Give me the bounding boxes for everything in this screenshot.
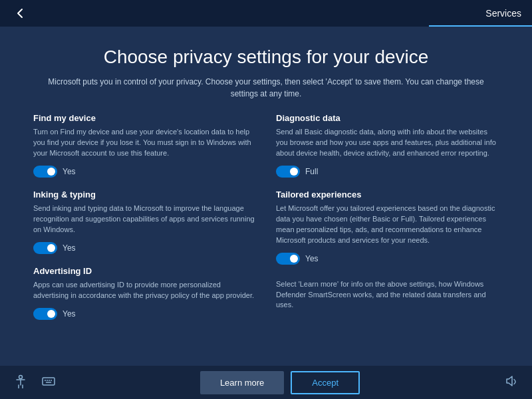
diagnostic-data-desc: Send all Basic diagnostic data, along wi… xyxy=(276,127,499,159)
advertising-id-toggle-label: Yes xyxy=(63,309,76,319)
top-bar-title: Services xyxy=(485,8,521,19)
learn-more-button[interactable]: Learn more xyxy=(200,371,284,394)
advertising-id-title: Advertising ID xyxy=(33,266,256,276)
volume-icon[interactable] xyxy=(504,374,519,392)
inking-typing-toggle-row: Yes xyxy=(33,242,256,254)
tailored-experiences-desc: Let Microsoft offer you tailored experie… xyxy=(276,203,499,246)
setting-advertising-id: Advertising ID Apps can use advertising … xyxy=(33,266,256,320)
learn-more-note: Select 'Learn more' for info on the abov… xyxy=(276,279,499,311)
find-my-device-toggle[interactable] xyxy=(33,166,57,178)
left-column: Find my device Turn on Find my device an… xyxy=(33,113,256,352)
find-my-device-toggle-row: Yes xyxy=(33,166,256,178)
diagnostic-data-toggle[interactable] xyxy=(276,166,300,178)
diagnostic-data-title: Diagnostic data xyxy=(276,113,499,123)
setting-inking-typing: Inking & typing Send inking and typing d… xyxy=(33,190,256,254)
keyboard-icon[interactable] xyxy=(41,374,56,392)
bottom-buttons: Learn more Accept xyxy=(200,371,360,394)
tailored-experiences-toggle-label: Yes xyxy=(305,254,319,263)
settings-grid: Find my device Turn on Find my device an… xyxy=(33,113,499,352)
advertising-id-desc: Apps can use advertising ID to provide m… xyxy=(33,280,256,301)
bottom-left-icons xyxy=(13,374,56,392)
tailored-experiences-title: Tailored experiences xyxy=(276,190,499,200)
tailored-experiences-toggle[interactable] xyxy=(276,253,300,265)
find-my-device-desc: Turn on Find my device and use your devi… xyxy=(33,127,256,159)
find-my-device-toggle-label: Yes xyxy=(63,167,76,176)
diagnostic-data-toggle-label: Full xyxy=(305,167,318,176)
diagnostic-data-toggle-row: Full xyxy=(276,166,499,178)
inking-typing-title: Inking & typing xyxy=(33,190,256,200)
page-heading: Choose privacy settings for your device xyxy=(33,47,499,68)
setting-diagnostic-data: Diagnostic data Send all Basic diagnosti… xyxy=(276,113,499,178)
setting-tailored-experiences: Tailored experiences Let Microsoft offer… xyxy=(276,190,499,265)
svg-point-0 xyxy=(19,375,23,378)
right-column: Diagnostic data Send all Basic diagnosti… xyxy=(276,113,499,352)
main-content: Choose privacy settings for your device … xyxy=(0,27,532,366)
setting-find-my-device: Find my device Turn on Find my device an… xyxy=(33,113,256,178)
bottom-bar: Learn more Accept xyxy=(0,366,532,399)
advertising-id-toggle-row: Yes xyxy=(33,308,256,320)
accept-button[interactable]: Accept xyxy=(291,371,360,394)
inking-typing-toggle-label: Yes xyxy=(63,243,76,253)
accessibility-icon[interactable] xyxy=(13,374,28,392)
page-subtitle: Microsoft puts you in control of your pr… xyxy=(33,76,499,100)
inking-typing-desc: Send inking and typing data to Microsoft… xyxy=(33,203,256,235)
find-my-device-title: Find my device xyxy=(33,113,256,123)
svg-rect-1 xyxy=(43,378,55,385)
tailored-experiences-toggle-row: Yes xyxy=(276,253,499,265)
advertising-id-toggle[interactable] xyxy=(33,308,57,320)
title-underline xyxy=(429,25,532,27)
back-button[interactable] xyxy=(11,3,31,23)
inking-typing-toggle[interactable] xyxy=(33,242,57,254)
top-bar: Services xyxy=(0,0,532,27)
